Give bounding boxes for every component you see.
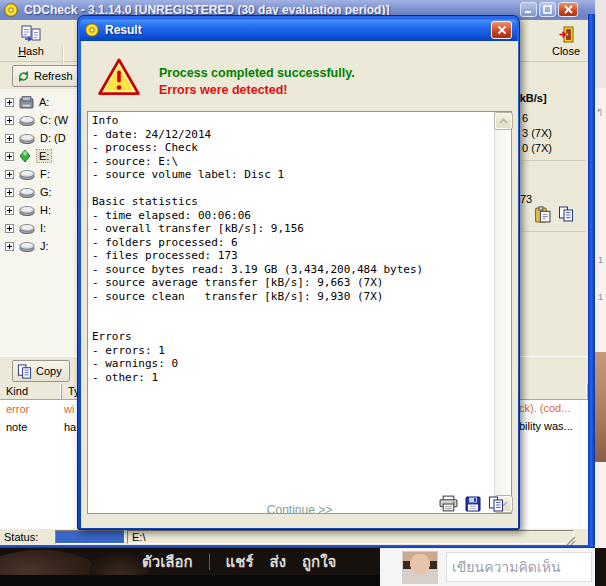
- expand-plus-icon[interactable]: [5, 134, 14, 143]
- maximize-icon: [543, 5, 552, 14]
- paste-icon[interactable]: [534, 206, 551, 227]
- drive-tree-item-d[interactable]: D: (D: [2, 129, 78, 147]
- refresh-icon: [17, 70, 30, 83]
- drive-label: D: (D: [40, 132, 66, 144]
- drive-label: F:: [40, 168, 50, 180]
- hash-button[interactable]: Hash: [2, 22, 60, 60]
- hard-drive-icon: [19, 169, 35, 180]
- status-path: E:\: [127, 530, 574, 544]
- expand-plus-icon[interactable]: [5, 224, 14, 233]
- row-fragment: ck). (cod...: [519, 402, 570, 414]
- edge-fragment: 1: [598, 255, 603, 265]
- copy-icon[interactable]: [558, 206, 574, 226]
- report-text: Info - date: 24/12/2014 - process: Check…: [92, 114, 491, 384]
- warning-icon: [97, 57, 141, 101]
- background-photo-sliver: [595, 352, 606, 462]
- cell-kind: error: [0, 403, 60, 415]
- cell-type: ha: [60, 421, 76, 433]
- hash-button-label: Hash: [18, 45, 44, 57]
- stats-fragment: 3 (7X): [522, 127, 552, 139]
- hard-drive-icon: [19, 115, 35, 126]
- cell-type: wi: [60, 403, 74, 415]
- close-toolbar-label: Close: [552, 45, 580, 57]
- copy-icon: [17, 364, 32, 379]
- drive-tree-item-f[interactable]: F:: [2, 165, 78, 183]
- background-page-edge: ๆ 1 1: [595, 0, 606, 586]
- stats-fragment: 73: [520, 193, 532, 205]
- drive-tree-item-i[interactable]: I:: [2, 219, 78, 237]
- cell-kind: note: [0, 421, 60, 433]
- expand-plus-icon[interactable]: [5, 206, 14, 215]
- drive-label: I:: [40, 222, 46, 234]
- avatar: [402, 551, 438, 584]
- minimize-button[interactable]: [520, 2, 537, 17]
- comment-input[interactable]: [446, 552, 592, 582]
- scrollbar-track[interactable]: [494, 112, 511, 513]
- row-fragment: bility was...: [519, 420, 573, 432]
- expand-plus-icon[interactable]: [5, 188, 14, 197]
- refresh-button[interactable]: Refresh: [12, 65, 82, 87]
- copy-button-label: Copy: [36, 365, 62, 377]
- drive-tree-item-g[interactable]: G:: [2, 183, 78, 201]
- dialog-titlebar: Result: [80, 18, 517, 41]
- drive-label: E:: [36, 149, 52, 163]
- print-button[interactable]: [439, 495, 458, 516]
- divider: [209, 554, 210, 570]
- save-button[interactable]: [465, 496, 481, 516]
- stats-header-fragment: [kB/s]: [516, 92, 547, 104]
- dialog-app-icon: [85, 23, 99, 37]
- copy-report-button[interactable]: [488, 496, 504, 516]
- drive-tree-item-j[interactable]: J:: [2, 237, 78, 255]
- expand-plus-icon[interactable]: [5, 242, 14, 251]
- drive-tree-item-a[interactable]: A:: [2, 93, 78, 111]
- stats-fragment: 6: [522, 112, 528, 124]
- drive-tree-panel: A: C: (W D: (D: [0, 89, 80, 356]
- maximize-button[interactable]: [539, 2, 556, 17]
- hard-drive-icon: [19, 133, 35, 144]
- refresh-button-label: Refresh: [34, 70, 73, 82]
- door-exit-icon: [559, 26, 574, 43]
- drive-label: A:: [39, 96, 49, 108]
- expand-plus-icon[interactable]: [5, 152, 14, 161]
- expand-plus-icon[interactable]: [5, 98, 14, 107]
- minimize-icon: [524, 5, 533, 14]
- screen: ๆ 1 1 ตัวเลือก แชร์ ส่ง ถูกใจ CDCheck - …: [0, 0, 606, 586]
- close-window-button[interactable]: [558, 2, 578, 17]
- drive-tree-item-e-selected[interactable]: E:: [2, 147, 78, 165]
- status-label: Status:: [4, 531, 38, 543]
- page-action-send[interactable]: ส่ง: [269, 550, 285, 574]
- expand-plus-icon[interactable]: [5, 170, 14, 179]
- close-icon: [564, 5, 573, 14]
- error-message: Errors were detected!: [159, 83, 288, 97]
- scroll-up-button[interactable]: [495, 113, 512, 129]
- close-icon: [497, 25, 507, 35]
- dialog-close-button[interactable]: [491, 21, 512, 39]
- status-bar: Status: E:\: [0, 528, 588, 545]
- edge-fragment: 1: [598, 292, 603, 302]
- floppy-drive-icon: [19, 96, 34, 109]
- page-action-options[interactable]: ตัวเลือก: [142, 550, 193, 574]
- edge-fragment: ๆ: [597, 104, 602, 118]
- drive-tree: A: C: (W D: (D: [2, 93, 78, 255]
- copy-button[interactable]: Copy: [12, 360, 70, 382]
- drive-tree-item-h[interactable]: H:: [2, 201, 78, 219]
- stats-fragment: 0 (7X): [522, 142, 552, 154]
- result-dialog: Result Process completed successfully. E…: [77, 15, 520, 530]
- close-toolbar-button[interactable]: Close: [544, 22, 588, 60]
- report-textarea[interactable]: Info - date: 24/12/2014 - process: Check…: [87, 111, 512, 514]
- app-icon: [4, 3, 18, 17]
- page-action-like[interactable]: ถูกใจ: [302, 550, 336, 574]
- dialog-title: Result: [105, 23, 142, 37]
- hard-drive-icon: [19, 205, 35, 216]
- drive-label: H:: [40, 204, 51, 216]
- drive-label: C: (W: [40, 114, 68, 126]
- column-header-kind[interactable]: Kind: [0, 384, 62, 399]
- expand-plus-icon[interactable]: [5, 116, 14, 125]
- page-action-share[interactable]: แชร์: [226, 550, 254, 574]
- drive-tree-item-c[interactable]: C: (W: [2, 111, 78, 129]
- chevron-up-icon: [499, 118, 508, 124]
- hard-drive-icon: [19, 241, 35, 252]
- cd-drive-icon: [19, 149, 31, 163]
- drive-label: G:: [40, 186, 52, 198]
- drive-label: J:: [40, 240, 49, 252]
